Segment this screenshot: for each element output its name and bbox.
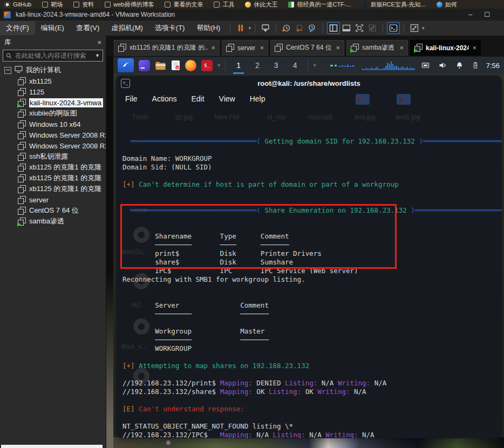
vm-label: 1125 <box>29 88 44 96</box>
notifications-bell-icon[interactable] <box>455 61 464 70</box>
search-input[interactable]: 在此处键入内容进行搜索 ▼ <box>3 50 103 62</box>
pause-button[interactable] <box>234 22 247 34</box>
manage-snapshots-icon[interactable] <box>306 22 319 34</box>
vm-list-item[interactable]: Windows Server 2008 R2 <box>0 130 106 140</box>
maximize-button[interactable]: ☐ <box>484 11 490 18</box>
vm-icon <box>18 110 26 118</box>
close-icon[interactable]: × <box>97 38 101 46</box>
volume-icon[interactable] <box>438 61 447 70</box>
terminal-output[interactable]: ═══════════════════════════════( Getting… <box>116 107 502 438</box>
tab-close-icon[interactable]: × <box>260 44 264 52</box>
tree-root-label: 我的计算机 <box>26 65 61 75</box>
terminal-menu-file[interactable]: File <box>125 94 138 103</box>
vm-list-item[interactable]: samba渗透 <box>0 216 106 227</box>
chevron-down-icon[interactable]: ▼ <box>95 53 100 58</box>
menu-4[interactable]: 虚拟机(M) <box>105 21 149 35</box>
menu-1[interactable]: 文件(F) <box>0 21 35 35</box>
vm-list-item[interactable]: Windows Server 2008 R2 <box>0 140 106 151</box>
bookmark-item[interactable]: 新版RCE宝典-先知... <box>362 1 426 9</box>
bookmark-favicon-icon <box>165 2 171 8</box>
file-manager-icon[interactable] <box>155 60 166 71</box>
bookmark-item[interactable]: 如何 <box>437 1 457 9</box>
chevron-down-icon[interactable]: ˅ <box>217 63 220 68</box>
bookmark-item[interactable]: 工具 <box>214 1 234 9</box>
running-play-icon <box>17 104 21 108</box>
vm-icon <box>18 174 26 182</box>
bookmark-item[interactable]: 很经典的一道CTF-... <box>288 1 351 9</box>
vm-list-item[interactable]: xb1125 的克隆1 的克隆 <box>0 162 106 173</box>
vm-list-item[interactable]: xb1125 <box>0 76 106 86</box>
vm-list-item[interactable]: 1125 <box>0 86 106 97</box>
vm-list-item[interactable]: server <box>0 194 106 205</box>
vm-list-item[interactable]: Windows 10 x64 <box>0 119 106 130</box>
workspace-2[interactable]: 2 <box>254 61 261 70</box>
vm-tab[interactable]: server× <box>222 40 268 56</box>
tab-close-icon[interactable]: × <box>336 44 340 52</box>
text-editor-icon[interactable] <box>171 60 180 71</box>
divider <box>383 23 383 33</box>
workspace-4[interactable]: 4 <box>291 61 299 70</box>
expander-icon[interactable] <box>4 67 11 74</box>
root-terminal-icon[interactable]: $_ <box>201 60 213 71</box>
terminal-titlebar[interactable]: >_ root@kali: /usr/share/wordlists <box>116 76 502 91</box>
menu-2[interactable]: 编辑(E) <box>35 21 70 35</box>
vm-list-item[interactable]: xiubiie的啊版图 <box>0 108 106 119</box>
workspace-3[interactable]: 3 <box>273 61 280 70</box>
workspace-1[interactable]: 1 <box>235 61 242 70</box>
terminal-line <box>122 413 502 422</box>
take-snapshot-icon[interactable] <box>280 22 293 34</box>
bookmark-item[interactable]: 休比大王 <box>245 1 277 9</box>
menu-6[interactable]: 帮助(H) <box>190 21 226 35</box>
terminal-menu-actions[interactable]: Actions <box>152 94 177 103</box>
firefox-icon[interactable] <box>185 60 196 71</box>
terminal-menu-edit[interactable]: Edit <box>191 94 204 103</box>
vm-label: Windows 10 x64 <box>29 120 80 128</box>
bookmark-item[interactable]: 要看的文章 <box>165 1 203 9</box>
chevron-down-icon[interactable]: ˅ <box>313 63 316 68</box>
pause-dropdown-caret[interactable]: ▾ <box>248 25 251 31</box>
fullscreen-icon[interactable] <box>353 22 366 34</box>
network-activity-graph <box>329 62 357 69</box>
unity-mode-icon <box>366 22 379 34</box>
terminal-line: //192.168.23.132/share$ Mapping: OK List… <box>122 388 502 396</box>
vm-tab[interactable]: samba渗透× <box>346 40 408 56</box>
menu-5[interactable]: 选项卡(T) <box>149 21 191 35</box>
bookmark-item[interactable]: 资料 <box>73 1 94 9</box>
revert-snapshot-icon[interactable] <box>293 22 306 34</box>
minimize-button[interactable]: – <box>469 11 473 18</box>
vm-tab[interactable]: kali-linux-2024.3...× <box>410 40 481 56</box>
stretch-guest-icon[interactable] <box>408 22 421 34</box>
terminal-menu-help[interactable]: Help <box>250 94 265 103</box>
workspace-switcher: 1234 <box>230 61 303 70</box>
vm-list-item[interactable]: ssh私钥泄露 <box>0 151 106 162</box>
vm-icon <box>18 77 26 85</box>
show-library-toggle[interactable] <box>327 22 340 34</box>
send-ctrl-alt-del-icon[interactable] <box>259 22 272 34</box>
vm-icon <box>18 196 26 204</box>
stretch-dropdown-caret[interactable]: ▾ <box>422 25 425 31</box>
vm-tab[interactable]: CentOS 7 64 位× <box>270 40 344 56</box>
tree-root-my-computer[interactable]: 我的计算机 <box>0 65 106 76</box>
bookmark-item[interactable]: web师傅的博客 <box>105 1 154 9</box>
bookmark-item[interactable]: GitHub <box>4 1 31 8</box>
tab-close-icon[interactable]: × <box>472 44 476 52</box>
vm-list-item[interactable]: xb1125 的克隆1 的克隆 <box>0 184 106 194</box>
battery-icon[interactable] <box>472 61 479 70</box>
terminal-window[interactable]: Trashqz.jpgNew Fileid_rsarsacracktest.jp… <box>116 76 502 438</box>
vm-icon <box>118 44 126 52</box>
kali-menu-button[interactable] <box>118 58 134 72</box>
menu-3[interactable]: 查看(V) <box>70 21 105 35</box>
terminal-menu-view[interactable]: View <box>219 94 235 103</box>
console-view-icon[interactable] <box>340 22 353 34</box>
vm-list-item[interactable]: xb1125 的克隆1 的克隆 <box>0 173 106 184</box>
open-terminal-button[interactable] <box>387 22 400 34</box>
vm-list-item[interactable]: CentOS 7 64 位 <box>0 205 106 216</box>
clock[interactable]: 7:56 <box>486 62 500 70</box>
vm-tab[interactable]: xb1125 的克隆1 的克隆 的...× <box>114 40 220 56</box>
tab-close-icon[interactable]: × <box>399 44 404 52</box>
vm-list-item[interactable]: kali-linux-2024.3-vmwa <box>0 97 106 108</box>
bookmark-item[interactable]: 靶场 <box>42 1 63 9</box>
network-icon[interactable] <box>421 62 430 70</box>
tab-close-icon[interactable]: × <box>211 44 215 52</box>
terminal-launcher-icon[interactable] <box>139 60 150 71</box>
